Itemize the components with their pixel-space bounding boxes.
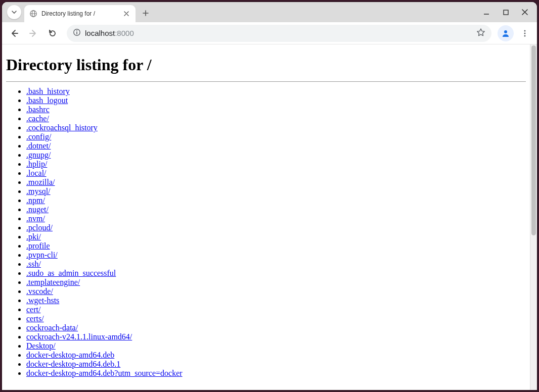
window-maximize-button[interactable] bbox=[501, 7, 511, 17]
directory-entry-link[interactable]: certs/ bbox=[26, 314, 44, 323]
kebab-icon bbox=[521, 29, 529, 37]
forward-button[interactable] bbox=[25, 25, 41, 41]
list-item: .wget-hsts bbox=[26, 296, 526, 305]
directory-entry-link[interactable]: .local/ bbox=[26, 169, 47, 177]
directory-entry-link[interactable]: docker-desktop-amd64.deb bbox=[26, 351, 114, 359]
list-item: .local/ bbox=[26, 169, 526, 178]
svg-point-8 bbox=[504, 30, 507, 33]
list-item: .cockroachsql_history bbox=[26, 123, 526, 132]
browser-window: Directory listing for / bbox=[2, 2, 537, 390]
url-port: :8000 bbox=[115, 29, 134, 37]
browser-tab[interactable]: Directory listing for / bbox=[24, 5, 136, 22]
directory-entry-link[interactable]: .config/ bbox=[26, 132, 51, 141]
list-item: .cache/ bbox=[26, 114, 526, 123]
url-text: localhost:8000 bbox=[85, 29, 134, 37]
list-item: docker-desktop-amd64.deb bbox=[26, 351, 526, 360]
directory-listing: .bash_history.bash_logout.bashrc.cache/.… bbox=[6, 87, 526, 378]
list-item: .vscode/ bbox=[26, 287, 526, 296]
back-button[interactable] bbox=[6, 25, 22, 41]
profile-button[interactable] bbox=[498, 25, 514, 41]
star-icon bbox=[476, 28, 485, 37]
scrollbar-thumb[interactable] bbox=[531, 45, 536, 235]
directory-entry-link[interactable]: .dotnet/ bbox=[26, 141, 51, 150]
address-bar[interactable]: localhost:8000 bbox=[67, 25, 491, 42]
list-item: .pki/ bbox=[26, 232, 526, 241]
directory-entry-link[interactable]: .ssh/ bbox=[26, 260, 41, 268]
svg-point-10 bbox=[524, 32, 526, 34]
directory-entry-link[interactable]: .nvm/ bbox=[26, 214, 45, 223]
directory-entry-link[interactable]: .cockroachsql_history bbox=[26, 123, 98, 132]
directory-entry-link[interactable]: .gnupg/ bbox=[26, 151, 51, 159]
directory-entry-link[interactable]: .wget-hsts bbox=[26, 296, 59, 305]
new-tab-button[interactable] bbox=[139, 6, 153, 20]
directory-entry-link[interactable]: .pvpn-cli/ bbox=[26, 251, 58, 259]
url-host: localhost bbox=[85, 29, 115, 37]
svg-point-9 bbox=[524, 30, 526, 31]
list-item: certs/ bbox=[26, 314, 526, 323]
bookmark-button[interactable] bbox=[476, 28, 485, 38]
directory-entry-link[interactable]: .profile bbox=[26, 241, 50, 250]
list-item: .bash_logout bbox=[26, 96, 526, 105]
tab-close-button[interactable] bbox=[122, 10, 130, 18]
list-item: .pcloud/ bbox=[26, 223, 526, 232]
directory-entry-link[interactable]: .bash_history bbox=[26, 87, 70, 95]
vertical-scrollbar[interactable] bbox=[530, 44, 537, 390]
minimize-icon bbox=[483, 9, 489, 15]
list-item: cockroach-v24.1.1.linux-amd64/ bbox=[26, 332, 526, 341]
list-item: .mysql/ bbox=[26, 187, 526, 196]
svg-point-11 bbox=[524, 35, 526, 36]
directory-entry-link[interactable]: .npm/ bbox=[26, 196, 45, 205]
directory-entry-link[interactable]: .pcloud/ bbox=[26, 223, 53, 232]
list-item: .npm/ bbox=[26, 196, 526, 205]
list-item: .templateengine/ bbox=[26, 278, 526, 287]
list-item: cockroach-data/ bbox=[26, 323, 526, 332]
directory-entry-link[interactable]: cockroach-data/ bbox=[26, 323, 78, 332]
directory-entry-link[interactable]: .vscode/ bbox=[26, 287, 53, 296]
person-icon bbox=[501, 29, 510, 38]
directory-entry-link[interactable]: .hplip/ bbox=[26, 160, 47, 168]
window-minimize-button[interactable] bbox=[481, 7, 491, 17]
list-item: .bashrc bbox=[26, 105, 526, 114]
directory-entry-link[interactable]: docker-desktop-amd64.deb?utm_source=dock… bbox=[26, 369, 183, 377]
close-icon bbox=[124, 11, 129, 16]
directory-entry-link[interactable]: .nuget/ bbox=[26, 205, 49, 214]
page-title: Directory listing for / bbox=[6, 56, 526, 74]
arrow-left-icon bbox=[10, 29, 19, 38]
directory-entry-link[interactable]: Desktop/ bbox=[26, 341, 56, 350]
page-content: Directory listing for / .bash_history.ba… bbox=[2, 44, 530, 390]
directory-entry-link[interactable]: .mysql/ bbox=[26, 187, 51, 195]
list-item: .pvpn-cli/ bbox=[26, 251, 526, 260]
directory-entry-link[interactable]: .cache/ bbox=[26, 114, 49, 123]
reload-icon bbox=[48, 29, 57, 38]
directory-entry-link[interactable]: docker-desktop-amd64.deb.1 bbox=[26, 360, 120, 368]
reload-button[interactable] bbox=[44, 25, 61, 41]
directory-entry-link[interactable]: cockroach-v24.1.1.linux-amd64/ bbox=[26, 332, 132, 341]
menu-button[interactable] bbox=[517, 25, 533, 41]
directory-entry-link[interactable]: .pki/ bbox=[26, 232, 41, 241]
directory-entry-link[interactable]: .templateengine/ bbox=[26, 278, 80, 286]
svg-rect-4 bbox=[504, 10, 508, 15]
directory-entry-link[interactable]: .sudo_as_admin_successful bbox=[26, 269, 116, 277]
site-info-icon[interactable] bbox=[73, 28, 81, 38]
list-item: docker-desktop-amd64.deb.1 bbox=[26, 360, 526, 369]
tab-search-button[interactable] bbox=[7, 5, 21, 19]
list-item: docker-desktop-amd64.deb?utm_source=dock… bbox=[26, 369, 526, 378]
list-item: .config/ bbox=[26, 132, 526, 141]
tab-strip: Directory listing for / bbox=[2, 2, 537, 22]
arrow-right-icon bbox=[29, 29, 38, 38]
directory-entry-link[interactable]: .bashrc bbox=[26, 105, 50, 114]
divider bbox=[6, 81, 526, 82]
close-icon bbox=[522, 9, 528, 15]
svg-rect-7 bbox=[76, 32, 77, 34]
list-item: .ssh/ bbox=[26, 260, 526, 269]
directory-entry-link[interactable]: cert/ bbox=[26, 305, 40, 314]
svg-point-6 bbox=[76, 30, 77, 31]
list-item: .gnupg/ bbox=[26, 151, 526, 160]
viewport: Directory listing for / .bash_history.ba… bbox=[2, 44, 537, 390]
directory-entry-link[interactable]: .mozilla/ bbox=[26, 178, 55, 186]
directory-entry-link[interactable]: .bash_logout bbox=[26, 96, 68, 105]
window-close-button[interactable] bbox=[520, 7, 530, 17]
list-item: .mozilla/ bbox=[26, 178, 526, 187]
list-item: .bash_history bbox=[26, 87, 526, 96]
list-item: .dotnet/ bbox=[26, 141, 526, 151]
